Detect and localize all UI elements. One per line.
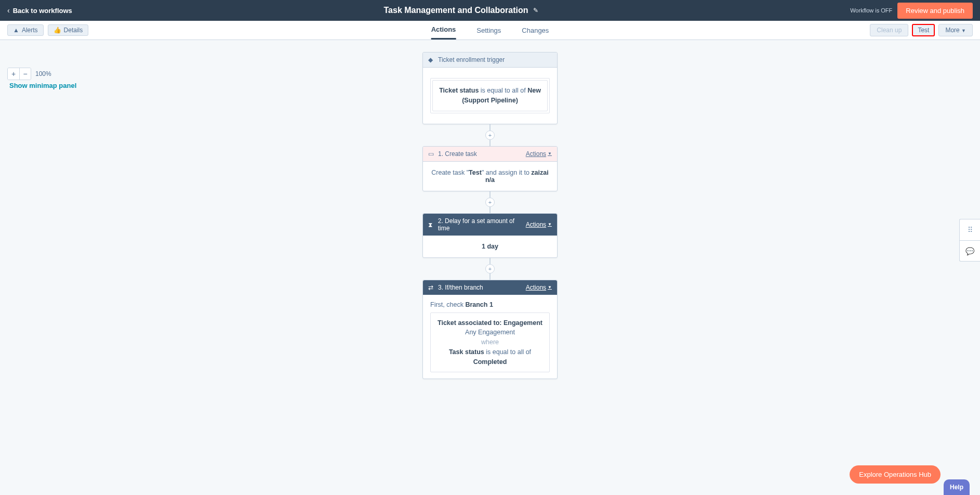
explore-operations-hub-button[interactable]: Explore Operations Hub [850,465,941,484]
connector-line [489,124,491,131]
add-action-node[interactable]: + [485,198,495,207]
workflow-canvas[interactable]: + − 100% Show minimap panel ◆ Ticket enr… [0,40,980,495]
zoom-level: 100% [35,70,51,77]
connector-line [489,258,491,265]
help-button[interactable]: Help [944,479,970,495]
step-3-actions-menu[interactable]: Actions ▼ [526,284,552,291]
back-label: Back to workflows [13,7,72,15]
tab-actions[interactable]: Actions [431,21,456,40]
trigger-card[interactable]: ◆ Ticket enrollment trigger Ticket statu… [422,52,558,124]
workflow-status-label: Workflow is OFF [850,7,892,14]
details-button[interactable]: 👍Details [48,24,89,36]
step-2-actions-menu[interactable]: Actions ▼ [526,221,552,228]
connector-line [489,191,491,198]
trigger-condition: Ticket status is equal to all of New (Su… [432,80,548,111]
details-icon: 👍 [54,27,61,34]
step-1-actions-menu[interactable]: Actions ▼ [526,150,552,158]
edit-title-icon[interactable]: ✎ [533,7,538,14]
connector-line [489,206,491,213]
hourglass-icon: ⧗ [428,221,434,228]
alerts-button[interactable]: ▲Alerts [7,24,44,36]
panel-grid-icon[interactable]: ⠿ [960,219,980,240]
branch-icon: ⇄ [428,284,434,291]
show-minimap-link[interactable]: Show minimap panel [9,82,76,89]
page-title: Task Management and Collaboration [384,6,528,15]
step-1-card[interactable]: ▭ 1. Create task Actions ▼ Create task "… [422,146,558,191]
add-action-node[interactable]: + [485,131,495,140]
add-action-node[interactable]: + [485,264,495,273]
step-2-body: 1 day [423,236,557,257]
cleanup-button[interactable]: Clean up [870,24,908,36]
step-3-body: First, check Branch 1 Ticket associated … [423,295,557,379]
header-right: Workflow is OFF Review and publish [850,3,973,19]
task-icon: ▭ [428,150,434,158]
workflow-flow: ◆ Ticket enrollment trigger Ticket statu… [422,52,558,379]
step-3-header-label: 3. If/then branch [438,284,483,291]
step-2-card[interactable]: ⧗ 2. Delay for a set amount of time Acti… [422,213,558,258]
step-1-header-label: 1. Create task [438,150,477,158]
chevron-left-icon: ‹ [7,6,10,15]
review-publish-button[interactable]: Review and publish [897,3,973,19]
tab-changes[interactable]: Changes [522,21,549,40]
top-header: ‹ Back to workflows Task Management and … [0,0,980,21]
zoom-in-button[interactable]: + [8,68,19,80]
connector-line [489,139,491,146]
step-1-body: Create task "Test" and assign it to zaiz… [423,162,557,191]
zoom-controls: + − 100% [7,68,51,80]
panel-comment-icon[interactable]: 💬 [960,240,980,261]
connector-line [489,273,491,280]
step-2-header-label: 2. Delay for a set amount of time [438,217,526,232]
trigger-icon: ◆ [428,56,434,63]
caret-down-icon: ▼ [548,222,552,227]
trigger-header-label: Ticket enrollment trigger [438,56,505,63]
caret-down-icon: ▼ [548,285,552,290]
right-side-panel: ⠿ 💬 [959,219,980,262]
step-3-card[interactable]: ⇄ 3. If/then branch Actions ▼ First, che… [422,280,558,380]
alert-icon: ▲ [13,27,19,34]
caret-down-icon: ▼ [961,28,966,33]
caret-down-icon: ▼ [548,151,552,156]
test-button[interactable]: Test [912,24,935,36]
more-button[interactable]: More ▼ [938,24,973,36]
sub-header: ▲Alerts 👍Details Actions Settings Change… [0,21,980,40]
header-center: Task Management and Collaboration ✎ [384,6,539,15]
tab-settings[interactable]: Settings [476,21,501,40]
back-to-workflows-link[interactable]: ‹ Back to workflows [7,6,72,15]
zoom-out-button[interactable]: − [19,68,31,80]
